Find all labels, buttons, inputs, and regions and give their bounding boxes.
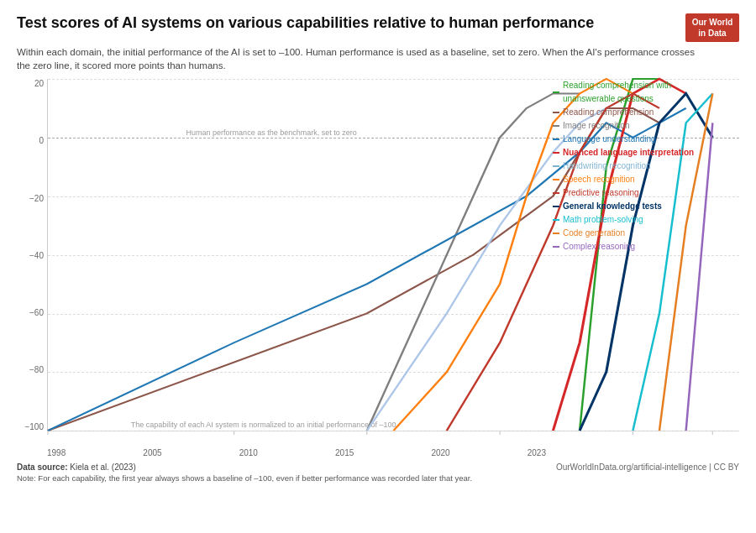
y-label-neg60: −60 — [17, 308, 44, 317]
legend-label-handwriting: Handwriting recognition — [563, 159, 651, 173]
legend-color-math — [553, 219, 559, 221]
legend-label-rc: Reading comprehension — [563, 106, 654, 119]
legend-color-speech — [553, 179, 559, 180]
legend-item-complex: Complex reasoning — [553, 240, 739, 253]
x-label-2023: 2023 — [528, 448, 546, 457]
x-axis: 1998 2005 2010 2015 2020 2023 — [17, 448, 739, 457]
legend-color-code — [553, 233, 559, 234]
legend-label-rc-unanswerable: Reading comprehension withunanswerable q… — [563, 79, 671, 106]
x-label-1998: 1998 — [47, 448, 66, 457]
line-image-recognition — [367, 94, 580, 431]
x-label-2010: 2010 — [239, 448, 258, 457]
legend-item-predictive: Predictive reasoning — [553, 186, 739, 200]
y-label-neg40: −40 — [17, 251, 44, 260]
gridline-neg100 — [48, 431, 739, 431]
y-label-20: 20 — [17, 79, 44, 88]
footer-source: Data source: Kiela et al. (2023) — [17, 462, 136, 472]
legend-label-image: Image recognition — [563, 119, 630, 133]
legend-item-image: Image recognition — [553, 119, 739, 133]
legend-label-gk: General knowledge tests — [563, 200, 662, 213]
source-value: Kiela et al. (2023) — [70, 462, 135, 472]
legend-label-math: Math problem-solving — [563, 213, 643, 227]
y-label-neg20: −20 — [17, 194, 44, 203]
footer-note: Note: For each capability, the first yea… — [17, 473, 739, 483]
legend-color-lang — [553, 138, 559, 140]
y-label-neg80: −80 — [17, 365, 44, 374]
source-label: Data source: — [17, 462, 68, 472]
legend-item-code: Code generation — [553, 227, 739, 240]
x-label-2005: 2005 — [143, 448, 161, 457]
legend-color-nuanced — [553, 152, 559, 154]
legend-label-speech: Speech recognition — [563, 173, 635, 186]
y-axis: 20 0 −20 −40 −60 −80 −100 — [17, 79, 47, 448]
legend-label-complex: Complex reasoning — [563, 240, 635, 253]
legend-color-rc — [553, 112, 559, 113]
legend-color-handwriting — [553, 165, 559, 167]
legend-item-nuanced: Nuanced language interpretation — [553, 146, 739, 159]
legend-color-complex — [553, 246, 559, 248]
legend-color-predictive — [553, 192, 559, 194]
footer-url: OurWorldInData.org/artificial-intelligen… — [556, 462, 739, 472]
legend-item-lang: Language understanding — [553, 133, 739, 146]
legend-item-handwriting: Handwriting recognition — [553, 159, 739, 173]
legend-item-gk: General knowledge tests — [553, 200, 739, 213]
chart-container: 20 0 −20 −40 −60 −80 −100 Human performa… — [17, 79, 739, 448]
legend-label-code: Code generation — [563, 227, 625, 240]
legend-item-speech: Speech recognition — [553, 173, 739, 186]
legend-item-math: Math problem-solving — [553, 213, 739, 227]
page-title: Test scores of AI systems on various cap… — [17, 13, 594, 33]
legend: Reading comprehension withunanswerable q… — [553, 79, 739, 253]
y-label-neg100: −100 — [17, 422, 44, 431]
owid-badge: Our World in Data — [685, 13, 739, 42]
legend-label-predictive: Predictive reasoning — [563, 186, 639, 200]
x-label-2015: 2015 — [335, 448, 354, 457]
header: Test scores of AI systems on various cap… — [17, 13, 739, 42]
y-label-0: 0 — [17, 136, 44, 145]
legend-label-lang: Language understanding — [563, 133, 656, 146]
legend-label-nuanced: Nuanced language interpretation — [563, 146, 694, 159]
x-label-2020: 2020 — [431, 448, 449, 457]
legend-color-image — [553, 125, 559, 127]
footer: Data source: Kiela et al. (2023) OurWorl… — [17, 462, 739, 472]
legend-color-rc-unanswerable — [553, 91, 559, 93]
legend-item-rc-unanswerable: Reading comprehension withunanswerable q… — [553, 79, 739, 106]
subtitle: Within each domain, the initial performa… — [17, 45, 706, 72]
legend-item-rc: Reading comprehension — [553, 106, 739, 119]
legend-color-gk — [553, 206, 559, 207]
